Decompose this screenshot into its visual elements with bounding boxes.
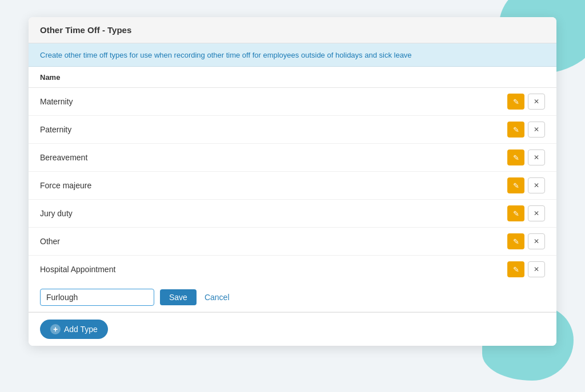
row-actions-7: ✎✕ xyxy=(507,261,545,277)
delete-button-7[interactable]: ✕ xyxy=(528,261,545,277)
add-type-label: Add Type xyxy=(64,325,98,334)
pencil-icon: ✎ xyxy=(513,153,519,162)
x-icon: ✕ xyxy=(534,209,539,217)
cancel-button[interactable]: Cancel xyxy=(202,289,232,305)
table-body: Maternity✎✕Paternity✎✕Bereavement✎✕Force… xyxy=(29,88,556,283)
edit-button-7[interactable]: ✎ xyxy=(507,261,524,277)
table-row: Maternity✎✕ xyxy=(29,88,556,116)
row-name-1: Maternity xyxy=(40,97,507,106)
table-row: Force majeure✎✕ xyxy=(29,172,556,200)
edit-button-5[interactable]: ✎ xyxy=(507,205,524,221)
delete-button-3[interactable]: ✕ xyxy=(528,149,545,165)
edit-button-2[interactable]: ✎ xyxy=(507,122,524,138)
save-button[interactable]: Save xyxy=(160,289,197,305)
row-actions-1: ✎✕ xyxy=(507,94,545,110)
table-column-header: Name xyxy=(29,67,556,88)
info-banner: Create other time off types for use when… xyxy=(29,43,556,67)
row-name-4: Force majeure xyxy=(40,181,507,190)
add-row-form: Save Cancel xyxy=(29,283,556,312)
plus-circle-icon: + xyxy=(50,324,61,334)
card-header: Other Time Off - Types xyxy=(29,17,556,43)
card-footer: + Add Type xyxy=(29,312,556,346)
x-icon: ✕ xyxy=(534,265,539,273)
row-actions-2: ✎✕ xyxy=(507,122,545,138)
edit-button-3[interactable]: ✎ xyxy=(507,149,524,165)
row-actions-5: ✎✕ xyxy=(507,205,545,221)
row-name-6: Other xyxy=(40,237,507,246)
table-row: Jury duty✎✕ xyxy=(29,200,556,228)
x-icon: ✕ xyxy=(534,126,539,134)
delete-button-2[interactable]: ✕ xyxy=(528,122,545,138)
x-icon: ✕ xyxy=(534,181,539,189)
row-actions-3: ✎✕ xyxy=(507,149,545,165)
pencil-icon: ✎ xyxy=(513,265,519,274)
card-title: Other Time Off - Types xyxy=(40,25,131,35)
x-icon: ✕ xyxy=(534,237,539,245)
pencil-icon: ✎ xyxy=(513,98,519,106)
row-name-2: Paternity xyxy=(40,125,507,134)
row-actions-6: ✎✕ xyxy=(507,233,545,249)
edit-button-1[interactable]: ✎ xyxy=(507,94,524,110)
x-icon: ✕ xyxy=(534,153,539,161)
edit-button-6[interactable]: ✎ xyxy=(507,233,524,249)
pencil-icon: ✎ xyxy=(513,209,519,218)
pencil-icon: ✎ xyxy=(513,237,519,246)
new-type-input[interactable] xyxy=(40,289,154,306)
add-type-button[interactable]: + Add Type xyxy=(40,320,108,339)
card: Other Time Off - Types Create other time… xyxy=(29,17,556,346)
delete-button-6[interactable]: ✕ xyxy=(528,233,545,249)
edit-button-4[interactable]: ✎ xyxy=(507,177,524,193)
table-row: Other✎✕ xyxy=(29,228,556,256)
table-row: Hospital Appointment✎✕ xyxy=(29,256,556,283)
row-name-5: Jury duty xyxy=(40,209,507,218)
info-banner-text: Create other time off types for use when… xyxy=(40,51,412,59)
delete-button-5[interactable]: ✕ xyxy=(528,205,545,221)
table-row: Bereavement✎✕ xyxy=(29,144,556,172)
table-row: Paternity✎✕ xyxy=(29,116,556,144)
pencil-icon: ✎ xyxy=(513,126,519,134)
row-name-7: Hospital Appointment xyxy=(40,265,507,274)
pencil-icon: ✎ xyxy=(513,181,519,190)
row-name-3: Bereavement xyxy=(40,153,507,162)
main-wrapper: Other Time Off - Types Create other time… xyxy=(29,17,556,346)
row-actions-4: ✎✕ xyxy=(507,177,545,193)
delete-button-4[interactable]: ✕ xyxy=(528,177,545,193)
x-icon: ✕ xyxy=(534,98,539,106)
delete-button-1[interactable]: ✕ xyxy=(528,94,545,110)
column-name-label: Name xyxy=(40,73,60,82)
